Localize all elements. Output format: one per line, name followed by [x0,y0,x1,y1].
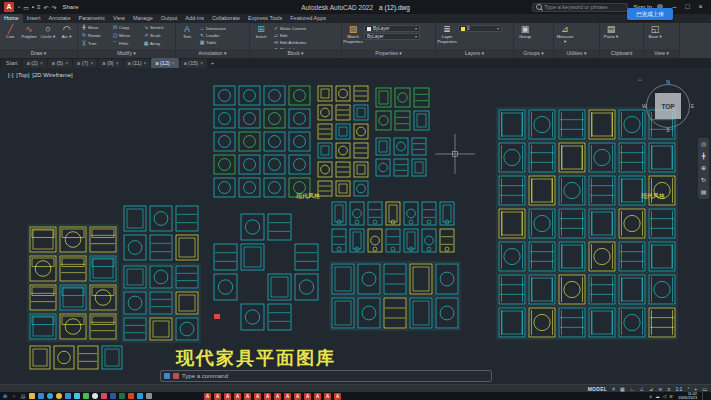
layer-properties-button[interactable]: ≣Layer Properties [438,24,456,44]
paste-button[interactable]: ▤Paste ▾ [602,24,620,40]
network-icon[interactable]: ≋ [669,394,673,399]
edge-browser-icon[interactable] [47,393,53,399]
command-line[interactable]: Type a command [160,370,492,382]
circle-button[interactable]: ○Circle ▾ [40,24,57,40]
edit-attributes-button[interactable]: ≔Edit Attributes [272,39,307,45]
autocad-doc-icon[interactable]: A [304,393,311,400]
visual-style-control[interactable]: [2D Wireframe] [32,72,72,78]
compass-w[interactable]: W [642,103,647,109]
ribbon-tab-output[interactable]: Output [157,14,182,23]
autocad-doc-icon[interactable]: A [284,393,291,400]
viewcube-face[interactable]: TOP [655,93,681,119]
notification-area-button[interactable] [702,392,709,400]
wechat-icon[interactable] [83,393,89,399]
close-tab-icon[interactable]: × [65,59,68,68]
viewcube[interactable]: ⌂ TOP NESW [642,80,694,132]
cloud-icon[interactable]: ☁ [655,394,660,399]
close-tab-icon[interactable]: × [40,59,43,68]
start-tab[interactable]: Start [2,59,22,68]
ribbon-tab-annotate[interactable]: Annotate [44,14,74,23]
ribbon-tab-express-tools[interactable]: Express Tools [244,14,286,23]
close-tab-icon[interactable]: × [144,59,147,68]
move-button[interactable]: ╋Move [80,24,111,30]
volume-icon[interactable]: ◁ [663,394,666,399]
viewport-menu-control[interactable]: [-] [8,72,13,78]
panel-label-modify[interactable]: Modify ▾ [78,49,175,58]
compass-e[interactable]: E [691,103,694,109]
table-button[interactable]: ▦Table [198,39,226,45]
plot-icon[interactable]: ≡ [37,4,41,11]
panel-label-draw[interactable]: Draw ▾ [0,49,77,58]
polyline-button[interactable]: ∿Polyline [21,24,38,40]
showmotion-icon[interactable]: ▤ [701,189,707,196]
layer-dropdown[interactable]: 0▾ [458,25,502,32]
match-properties-button[interactable]: ▨Match Properties [344,24,362,44]
panel-label-view[interactable]: View ▾ [644,49,679,58]
panel-label-utilities[interactable]: Utilities ▾ [554,49,599,58]
pan-icon[interactable]: ╋ [702,153,706,160]
panel-label-clipboard[interactable]: Clipboard [600,49,643,58]
ribbon-tab-parametric[interactable]: Parametric [74,14,109,23]
customize-icon[interactable] [164,373,170,379]
group-button[interactable]: ▣Group [516,24,534,40]
autocad-doc-icon[interactable]: A [324,393,331,400]
start-button[interactable]: ⊞ [2,393,8,399]
autocad-doc-icon[interactable]: A [294,393,301,400]
word-icon[interactable] [110,393,116,399]
file-tab-a-9[interactable]: a (9)× [98,59,122,68]
leader-button[interactable]: ↖Leader [198,32,226,38]
search-input[interactable] [544,4,624,10]
file-explorer-icon[interactable] [29,393,35,399]
dimension-button[interactable]: ↔Dimension [198,25,226,31]
share-button[interactable]: Share [63,4,79,10]
make-current-button[interactable]: ✓Make Current [272,25,307,31]
fillet-button[interactable]: ⌒Fillet [111,40,142,46]
taskbar-clock[interactable]: 11:0213/05/2023 [678,392,697,400]
upload-status-badge[interactable]: 已完成上传 [627,8,673,20]
microsoft-store-icon[interactable] [38,393,44,399]
file-tab-a-7[interactable]: a (7)× [73,59,97,68]
close-tab-icon[interactable]: × [200,59,203,68]
mail-icon[interactable] [65,393,71,399]
excel-icon[interactable] [119,393,125,399]
rotate-button[interactable]: ↻Rotate [80,32,111,38]
search-icon[interactable]: ○ [11,393,17,399]
panel-label-properties[interactable]: Properties ▾ [342,49,435,58]
photos-icon[interactable] [74,393,80,399]
autocad-doc-icon[interactable]: A [314,393,321,400]
zoom-icon[interactable]: ⊕ [701,165,706,172]
panel-label-groups[interactable]: Groups ▾ [514,49,553,58]
stretch-button[interactable]: ⇘Stretch [142,24,173,30]
autocad-doc-icon[interactable]: A [264,393,271,400]
save-icon[interactable]: ▪ [32,4,34,11]
autocad-doc-icon[interactable]: A [204,393,211,400]
command-prompt[interactable]: Type a command [182,373,228,379]
open-icon[interactable]: ▭ [23,4,29,11]
scale-button[interactable]: ⇗Scale [142,32,173,38]
maximize-button[interactable]: □ [681,0,694,14]
autocad-doc-icon[interactable]: A [254,393,261,400]
drawing-canvas[interactable]: 现代风格现代风格现代家具平面图库 [0,68,711,384]
autocad-logo-icon[interactable]: A [4,2,14,12]
music-icon[interactable] [101,393,107,399]
close-tab-icon[interactable]: × [172,59,175,68]
mirror-button[interactable]: ◫Mirror [111,32,142,38]
close-tab-icon[interactable]: × [90,59,93,68]
undo-icon[interactable]: ↶ [43,4,48,11]
settings-icon[interactable] [146,393,152,399]
copy-button[interactable]: ⊡Copy [111,24,142,30]
task-view-icon[interactable]: ▤ [20,393,26,399]
ribbon-tab-insert[interactable]: Insert [23,14,45,23]
close-button[interactable]: × [694,0,707,14]
panel-label-layers[interactable]: Layers ▾ [436,49,513,58]
base-button[interactable]: ◱Base ▾ [646,24,664,40]
text-button[interactable]: AText [178,24,196,40]
panel-label-block[interactable]: Block ▾ [250,49,341,58]
line-button[interactable]: ╱Line [2,24,19,40]
object-color-dropdown[interactable]: ByLayer▾ [364,25,420,32]
autocad-doc-icon[interactable]: A [334,393,341,400]
compass-s[interactable]: S [666,127,669,133]
autocad-doc-icon[interactable]: A [224,393,231,400]
file-tab-a-15[interactable]: a (15)× [180,59,207,68]
ribbon-tab-add-ins[interactable]: Add-ins [181,14,208,23]
